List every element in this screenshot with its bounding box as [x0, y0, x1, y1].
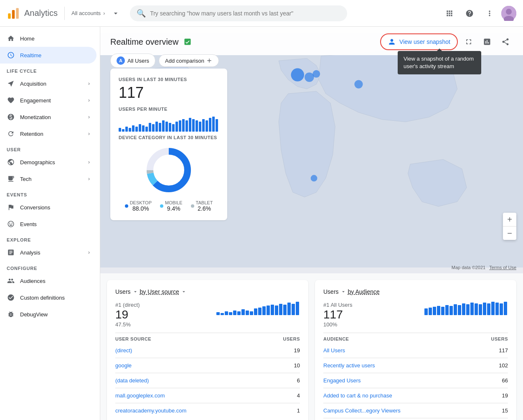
bar	[162, 120, 165, 132]
sidebar-item-events[interactable]: Events	[0, 216, 96, 232]
sidebar-item-conversions[interactable]: Conversions	[0, 199, 96, 216]
mini-bar	[233, 311, 236, 315]
main-layout: Home Realtime LIFE CYCLE Acquisition › E…	[0, 27, 523, 420]
row-name[interactable]: creatoracademy.youtube.com	[115, 407, 186, 414]
bottom-cards: Users by User source #1 (direct) 19 47.5…	[100, 273, 523, 420]
chart-icon-btn[interactable]	[480, 34, 495, 49]
help-icon-btn[interactable]	[461, 5, 478, 22]
sidebar-item-acquisition[interactable]: Acquisition ›	[0, 75, 96, 92]
table-row: Added to cart & no purchase 19	[323, 388, 508, 403]
sidebar-item-monetization[interactable]: Monetization ›	[0, 109, 96, 125]
sidebar-item-demographics[interactable]: Demographics ›	[0, 154, 96, 171]
events-icon	[7, 220, 15, 228]
sidebar-item-custom-definitions[interactable]: Custom definitions	[0, 289, 96, 306]
apps-icon-btn[interactable]	[441, 5, 458, 22]
user-source-mini-bars	[216, 300, 300, 315]
share-icon-btn[interactable]	[498, 34, 513, 49]
mini-bar	[475, 303, 478, 315]
chip-avatar: A	[117, 56, 125, 65]
sidebar-item-audiences[interactable]: Audiences	[0, 272, 96, 289]
audience-users-dropdown-icon[interactable]	[340, 289, 346, 295]
sidebar-item-realtime[interactable]: Realtime	[0, 47, 96, 64]
mini-bar	[495, 303, 499, 315]
more-options-icon-btn[interactable]	[481, 5, 498, 22]
terms-of-use-link[interactable]: Terms of Use	[489, 265, 516, 270]
view-snapshot-button[interactable]: View user snapshot	[380, 33, 458, 50]
row-name[interactable]: Recently active users	[323, 362, 375, 369]
account-name: All accounts	[71, 10, 101, 16]
user-section-label: USER	[0, 142, 100, 154]
users-per-minute-chart	[119, 115, 219, 132]
chart-icon	[483, 38, 491, 46]
svg-rect-0	[8, 13, 10, 19]
avatar-image	[501, 6, 516, 21]
fullscreen-icon-btn[interactable]	[461, 34, 476, 49]
dropdown-arrow-icon[interactable]	[112, 9, 120, 18]
desktop-value: 88.0%	[130, 205, 152, 212]
audience-table-body: All Users 117 Recently active users 102 …	[323, 343, 508, 420]
search-input[interactable]	[150, 10, 340, 17]
row-value: 117	[499, 347, 508, 354]
expand-icon: ›	[88, 81, 90, 87]
bar	[125, 127, 128, 132]
table-row: creatoracademy.youtube.com 1	[115, 403, 300, 418]
all-users-chip[interactable]: A All Users	[110, 53, 155, 68]
row-name[interactable]: google	[115, 362, 132, 369]
row-name[interactable]: (direct)	[115, 347, 132, 354]
user-avatar[interactable]	[501, 6, 516, 21]
by-audience-dropdown-icon[interactable]	[181, 289, 187, 295]
bar	[189, 118, 191, 132]
table-row: (direct) 19	[115, 343, 300, 358]
stats-card: USERS IN LAST 30 MINUTES 117 USERS PER M…	[110, 69, 227, 220]
search-bar[interactable]: 🔍	[130, 5, 347, 21]
bar	[152, 124, 155, 132]
mini-bar	[470, 303, 474, 315]
row-name[interactable]: Engaged Users	[323, 377, 361, 384]
bar	[192, 119, 195, 132]
svg-rect-1	[12, 10, 15, 19]
bar	[202, 119, 205, 132]
row-name[interactable]: Added to cart & no purchase	[323, 392, 392, 399]
svg-rect-19	[185, 39, 191, 45]
share-icon	[501, 38, 510, 46]
zoom-in-button[interactable]: +	[503, 213, 516, 226]
sidebar-item-home[interactable]: Home	[0, 30, 96, 47]
sidebar-item-tech[interactable]: Tech ›	[0, 171, 96, 187]
row-value: 19	[502, 392, 508, 399]
row-name[interactable]: (data deleted)	[115, 377, 149, 384]
sidebar-item-retention[interactable]: Retention ›	[0, 125, 96, 142]
user-source-table-body: (direct) 19 google 10 (data deleted) 6 m…	[115, 343, 300, 418]
audience-card: Users by Audience #1 All Users 117 100%	[315, 280, 516, 420]
row-name[interactable]: mall.googleplex.com	[115, 392, 165, 399]
mini-bar	[262, 306, 266, 315]
add-comparison-button[interactable]: Add comparison	[159, 54, 219, 67]
map-area: Realtime overview View user snapshot	[100, 27, 523, 273]
users-dropdown-icon[interactable]	[132, 289, 138, 295]
sidebar-item-debugview[interactable]: DebugView	[0, 306, 96, 323]
mini-bar	[449, 306, 453, 315]
acquisition-icon	[7, 79, 15, 88]
user-source-card-title: Users by User source	[115, 288, 300, 295]
row-name[interactable]: Campus Collect...egory Viewers	[323, 407, 401, 414]
mini-bar	[287, 303, 291, 315]
bar	[122, 129, 124, 132]
map-zoom-controls: + −	[503, 213, 516, 240]
mini-bar	[487, 303, 490, 315]
sidebar-item-engagement[interactable]: Engagement ›	[0, 92, 96, 109]
mini-bar	[246, 311, 249, 315]
user-source-rank-value: 19	[115, 308, 140, 321]
bar	[145, 127, 148, 132]
sidebar-item-analysis[interactable]: Analysis ›	[0, 244, 96, 261]
mini-bar	[491, 302, 495, 315]
analysis-icon	[7, 248, 15, 257]
zoom-out-button[interactable]: −	[503, 227, 516, 240]
tablet-value: 2.6%	[196, 205, 213, 212]
tablet-legend: TABLET 2.6%	[191, 200, 213, 212]
mini-bar	[504, 302, 507, 315]
bar	[149, 123, 151, 132]
mini-bar	[271, 305, 274, 315]
row-name[interactable]: All Users	[323, 347, 345, 354]
svg-point-14	[305, 72, 314, 81]
add-icon	[206, 57, 213, 64]
account-selector[interactable]: All accounts ›	[71, 10, 105, 16]
